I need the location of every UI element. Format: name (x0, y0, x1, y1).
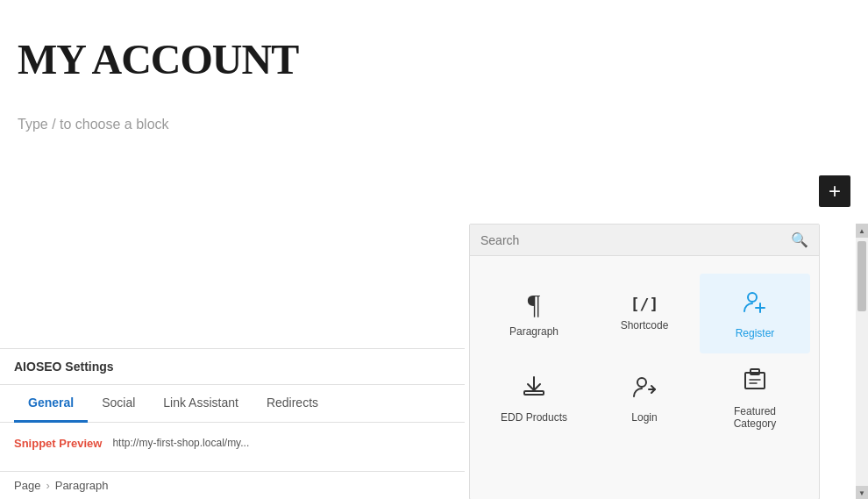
snippet-preview-label: Snippet Preview (14, 437, 102, 450)
aioseo-content: Snippet Preview http://my-first-shop.loc… (0, 423, 465, 464)
breadcrumb: Page › Paragraph (0, 471, 465, 499)
scrollbar-up-arrow[interactable]: ▲ (856, 224, 868, 238)
shortcode-icon: [/] (630, 296, 659, 312)
snippet-url: http://my-first-shop.local/my... (112, 437, 249, 449)
tab-social[interactable]: Social (88, 385, 149, 423)
register-label: Register (736, 327, 775, 339)
shortcode-label: Shortcode (621, 319, 669, 331)
block-item-login[interactable]: Login (589, 353, 700, 444)
login-label: Login (631, 411, 657, 424)
block-grid: ¶ Paragraph [/] Shortcode Register (470, 256, 819, 461)
add-block-button[interactable]: + (819, 175, 850, 207)
block-item-edd-products[interactable]: EDD Products (479, 353, 589, 444)
aioseo-tabs: General Social Link Assistant Redirects (0, 385, 465, 423)
edd-products-label: EDD Products (501, 411, 567, 424)
svg-point-4 (637, 378, 646, 387)
tab-redirects[interactable]: Redirects (253, 385, 332, 423)
page-title: MY ACCOUNT (18, 35, 850, 83)
block-item-featured-category[interactable]: FeaturedCategory (700, 353, 810, 444)
aioseo-header: AIOSEO Settings (0, 349, 465, 385)
block-picker-search-bar: 🔍 (470, 225, 819, 256)
paragraph-label: Paragraph (509, 325, 559, 338)
scrollbar-down-arrow[interactable]: ▼ (856, 486, 868, 499)
breadcrumb-separator: › (46, 479, 49, 492)
scrollbar-track: ▲ ▼ (856, 224, 868, 499)
block-item-shortcode[interactable]: [/] Shortcode (589, 274, 700, 353)
block-picker-panel: 🔍 ¶ Paragraph [/] Shortcode Register (469, 224, 820, 499)
search-icon: 🔍 (791, 232, 808, 248)
edd-products-icon (521, 374, 547, 404)
breadcrumb-page[interactable]: Page (14, 479, 40, 492)
svg-rect-3 (524, 391, 544, 395)
featured-category-icon (742, 367, 768, 398)
svg-point-0 (748, 293, 757, 302)
featured-category-label: FeaturedCategory (734, 405, 777, 430)
block-item-register[interactable]: Register (700, 274, 810, 353)
aioseo-panel: AIOSEO Settings General Social Link Assi… (0, 348, 465, 464)
block-search-input[interactable] (480, 233, 784, 247)
block-placeholder[interactable]: Type / to choose a block (18, 110, 850, 139)
scrollbar-thumb[interactable] (857, 241, 866, 311)
login-icon (631, 374, 658, 404)
paragraph-icon: ¶ (528, 290, 541, 318)
register-icon (741, 288, 769, 320)
tab-link-assistant[interactable]: Link Assistant (149, 385, 253, 423)
tab-general[interactable]: General (14, 385, 88, 423)
block-item-paragraph[interactable]: ¶ Paragraph (479, 274, 589, 353)
breadcrumb-current: Paragraph (55, 479, 109, 492)
